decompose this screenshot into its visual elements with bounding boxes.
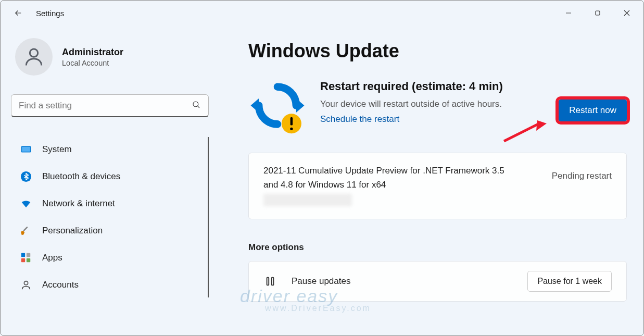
search-icon — [192, 100, 201, 111]
close-button[interactable] — [612, 3, 641, 23]
update-status: Pending restart — [552, 164, 612, 181]
svg-rect-9 — [21, 253, 25, 257]
bluetooth-icon — [20, 171, 32, 182]
grid-icon — [20, 252, 32, 264]
svg-rect-17 — [291, 117, 293, 126]
update-name: 2021-11 Cumulative Update Preview for .N… — [263, 164, 508, 192]
sidebar-item-bluetooth[interactable]: Bluetooth & devices — [11, 164, 201, 189]
titlebar: Settings — [1, 1, 643, 26]
sidebar-item-label: System — [42, 144, 72, 155]
svg-rect-10 — [27, 253, 30, 257]
minimize-button[interactable] — [554, 3, 583, 23]
sidebar-nav: System Bluetooth & devices Network & int… — [11, 137, 209, 297]
sidebar-item-apps[interactable]: Apps — [11, 245, 201, 270]
sidebar-item-label: Personalization — [42, 226, 103, 236]
svg-line-19 — [504, 125, 537, 141]
svg-rect-1 — [596, 11, 600, 15]
pause-icon — [263, 275, 277, 288]
wifi-icon — [20, 198, 32, 209]
maximize-button[interactable] — [583, 3, 612, 23]
svg-rect-11 — [21, 258, 25, 262]
sidebar-item-label: Accounts — [42, 280, 79, 290]
user-profile[interactable]: Administrator Local Account — [11, 38, 209, 76]
avatar — [15, 38, 53, 76]
person-icon — [20, 279, 32, 291]
sidebar-item-personalization[interactable]: Personalization — [11, 218, 201, 243]
update-list-card: 2021-11 Cumulative Update Preview for .N… — [248, 153, 627, 219]
user-name: Administrator — [62, 47, 123, 58]
pause-updates-label: Pause updates — [292, 276, 513, 287]
svg-rect-12 — [27, 258, 30, 262]
svg-point-2 — [30, 49, 37, 57]
svg-marker-14 — [296, 98, 305, 113]
sidebar-item-accounts[interactable]: Accounts — [11, 272, 201, 297]
more-options-label: More options — [248, 242, 627, 253]
main-content: Windows Update Restart required (estimat… — [219, 26, 643, 335]
pause-updates-card[interactable]: Pause updates Pause for 1 week — [248, 261, 627, 302]
restart-banner: Restart required (estimate: 4 min) Your … — [248, 79, 627, 137]
svg-rect-21 — [267, 278, 269, 285]
sidebar-item-label: Network & internet — [42, 198, 115, 209]
schedule-restart-link[interactable]: Schedule the restart — [320, 114, 518, 125]
banner-subtitle: Your device will restart outside of acti… — [320, 97, 518, 111]
back-button[interactable] — [13, 8, 23, 18]
svg-marker-20 — [536, 120, 547, 131]
sidebar: Administrator Local Account System — [1, 26, 219, 335]
sidebar-item-network[interactable]: Network & internet — [11, 191, 201, 216]
window-controls — [554, 3, 641, 23]
sidebar-item-system[interactable]: System — [11, 137, 201, 162]
search-input[interactable] — [19, 101, 192, 111]
update-sync-icon — [248, 79, 307, 137]
page-title: Windows Update — [248, 40, 627, 62]
app-title: Settings — [36, 9, 64, 18]
sidebar-item-label: Bluetooth & devices — [42, 171, 120, 182]
search-box[interactable] — [11, 94, 209, 117]
redacted-text — [263, 194, 352, 206]
svg-point-3 — [193, 102, 198, 107]
banner-title: Restart required (estimate: 4 min) — [320, 79, 518, 94]
svg-rect-22 — [272, 278, 274, 285]
brush-icon — [20, 225, 32, 237]
system-icon — [20, 144, 32, 155]
svg-point-18 — [290, 128, 293, 130]
svg-marker-15 — [250, 98, 259, 113]
svg-point-13 — [24, 281, 28, 285]
pause-1-week-button[interactable]: Pause for 1 week — [527, 271, 612, 292]
svg-rect-6 — [22, 147, 30, 152]
annotation-arrow — [500, 119, 547, 145]
user-subtitle: Local Account — [62, 59, 123, 67]
restart-now-button[interactable]: Restart now — [559, 99, 627, 121]
svg-rect-8 — [23, 226, 28, 231]
svg-line-4 — [197, 106, 199, 108]
sidebar-item-label: Apps — [42, 253, 62, 263]
